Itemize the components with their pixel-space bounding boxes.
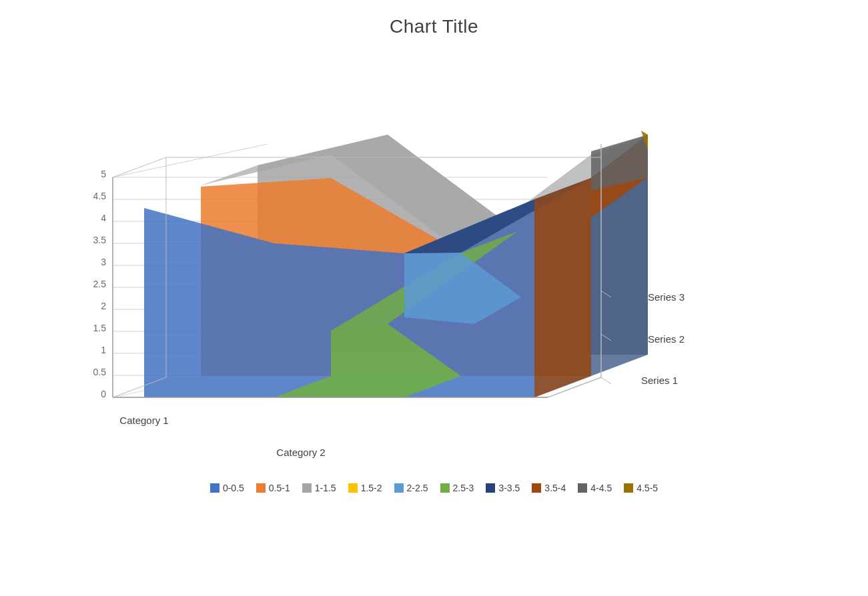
legend-item-2: 1-1.5 [302, 483, 336, 493]
legend-label-9: 4.5-5 [636, 483, 658, 493]
legend-item-0: 0-0.5 [210, 483, 244, 493]
chart-svg: 0 0.5 1 1.5 2 2.5 3 3.5 4 4.5 5 [67, 44, 801, 477]
chart-area: 0 0.5 1 1.5 2 2.5 3 3.5 4 4.5 5 [67, 44, 801, 477]
legend-label-6: 3-3.5 [498, 483, 520, 493]
legend-label-5: 2.5-3 [453, 483, 474, 493]
series1-tick [601, 377, 611, 384]
legend-item-5: 2.5-3 [440, 483, 474, 493]
y-label-15: 1.5 [93, 323, 106, 333]
legend-swatch-8 [578, 483, 587, 493]
legend-item-7: 3.5-4 [532, 483, 566, 493]
legend-swatch-1 [256, 483, 266, 493]
y-label-0: 0 [101, 389, 106, 399]
legend-label-1: 0.5-1 [269, 483, 290, 493]
series3-label: Series 3 [648, 291, 685, 303]
legend-label-7: 3.5-4 [544, 483, 566, 493]
legend-swatch-6 [486, 483, 495, 493]
y-label-35: 3.5 [93, 235, 106, 245]
chart-container: Chart Title 0 0.5 1 1.5 2 2.5 3 3.5 4 4.… [0, 0, 868, 596]
legend-item-9: 4.5-5 [624, 483, 658, 493]
brown-side [534, 178, 591, 397]
y-label-3: 3 [101, 257, 106, 267]
y-label-05: 0.5 [93, 367, 106, 377]
legend-label-2: 1-1.5 [315, 483, 336, 493]
y-label-2: 2 [101, 301, 106, 311]
legend-item-3: 1.5-2 [348, 483, 382, 493]
legend-label-3: 1.5-2 [361, 483, 382, 493]
legend-swatch-2 [302, 483, 312, 493]
y-label-1: 1 [101, 345, 106, 355]
legend-swatch-0 [210, 483, 220, 493]
cat1-label: Category 1 [119, 415, 168, 426]
legend-item-6: 3-3.5 [486, 483, 520, 493]
cat2-label: Category 2 [276, 447, 325, 458]
legend-swatch-5 [440, 483, 450, 493]
legend-item-4: 2-2.5 [394, 483, 428, 493]
legend-label-0: 0-0.5 [223, 483, 244, 493]
legend-swatch-7 [532, 483, 541, 493]
y-label-25: 2.5 [93, 279, 106, 289]
y-label-4: 4 [101, 213, 106, 223]
series1-label: Series 1 [641, 375, 678, 386]
legend-label-4: 2-2.5 [407, 483, 428, 493]
series2-label: Series 2 [648, 333, 685, 345]
y-label-5: 5 [101, 169, 106, 179]
legend: 0-0.5 0.5-1 1-1.5 1.5-2 2-2.5 2.5-3 3-3.… [210, 483, 658, 493]
legend-label-8: 4-4.5 [590, 483, 612, 493]
legend-item-8: 4-4.5 [578, 483, 612, 493]
chart-title: Chart Title [390, 16, 478, 37]
legend-swatch-4 [394, 483, 404, 493]
legend-item-1: 0.5-1 [256, 483, 290, 493]
legend-swatch-9 [624, 483, 633, 493]
legend-swatch-3 [348, 483, 358, 493]
y-label-45: 4.5 [93, 191, 106, 201]
